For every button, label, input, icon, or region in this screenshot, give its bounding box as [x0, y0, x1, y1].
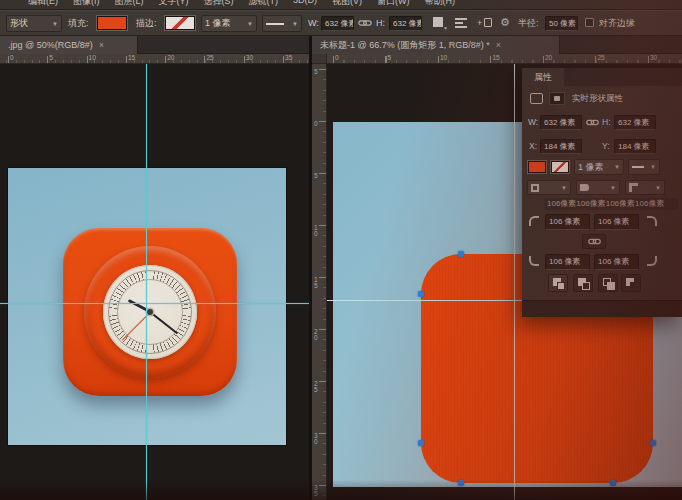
path-alignment-button[interactable]	[455, 18, 469, 29]
menu-item[interactable]: 文字(Y)	[159, 0, 189, 8]
close-tab-icon[interactable]: ×	[496, 40, 501, 50]
link-wh-icon[interactable]	[586, 118, 599, 127]
stroke-color-swatch[interactable]	[551, 161, 569, 173]
radius-bottom-right-input[interactable]: 106 像素	[594, 254, 639, 270]
chevron-down-icon: ▼	[561, 185, 567, 191]
menu-item[interactable]: 编辑(E)	[28, 0, 58, 8]
shape-y-input[interactable]: 184 像素	[614, 139, 656, 154]
corner-top-left-icon[interactable]	[528, 215, 540, 227]
fill-color-swatch[interactable]	[528, 161, 546, 173]
clock-app-icon[interactable]	[63, 228, 237, 396]
stroke-type-select[interactable]: ▼	[262, 15, 302, 32]
shape-w-input[interactable]: 632 像素	[540, 115, 582, 130]
stroke-type-select[interactable]: ▼	[628, 159, 660, 175]
shape-h-input[interactable]: 632 像素	[614, 115, 656, 130]
align-edges-label: 对齐边缘	[599, 15, 635, 31]
solid-line-icon	[632, 166, 644, 168]
link-dimensions-icon[interactable]	[358, 18, 372, 28]
menu-item[interactable]: 滤镜(T)	[249, 0, 279, 8]
left-document-pane: 05101520253035	[0, 54, 309, 500]
radius-input[interactable]: 50 像素	[545, 16, 578, 31]
menu-item[interactable]: 选择(S)	[204, 0, 234, 8]
gear-icon[interactable]: ⚙	[500, 15, 510, 29]
fill-label: 填充:	[68, 15, 89, 31]
corner-bottom-left-icon[interactable]	[528, 255, 540, 267]
path-operations-button[interactable]: ▼	[432, 17, 446, 30]
shape-thumbnail-icon	[549, 92, 565, 105]
clock-face	[103, 265, 197, 359]
path-arrangement-button[interactable]: +	[477, 17, 493, 29]
height-label: H:	[376, 15, 385, 31]
horizontal-guide[interactable]	[0, 303, 309, 304]
chevron-down-icon: ▼	[655, 185, 661, 191]
horizontal-ruler[interactable]: 05101520253035	[0, 54, 309, 64]
menu-item[interactable]: 窗口(W)	[377, 0, 410, 8]
anchor-point[interactable]	[418, 440, 424, 446]
chevron-down-icon: ▼	[443, 25, 448, 31]
align-edges-checkbox[interactable]	[585, 18, 594, 27]
menu-item[interactable]: 图像(I)	[73, 0, 100, 8]
tab-properties[interactable]: 属性	[522, 68, 564, 86]
anchor-point[interactable]	[610, 480, 616, 486]
chevron-down-icon: ▼	[610, 185, 616, 191]
ruler-tick-label: 30	[246, 54, 253, 61]
canvas-left-document[interactable]	[8, 168, 286, 445]
corner-top-right-icon[interactable]	[646, 215, 658, 227]
pathfinder-combine-button[interactable]	[548, 274, 568, 292]
h-label: H:	[602, 115, 611, 130]
fill-color-swatch[interactable]	[97, 16, 127, 30]
pathfinder-subtract-button[interactable]	[573, 274, 593, 292]
stroke-width-select[interactable]: 1 像素▼	[574, 159, 624, 175]
anchor-point[interactable]	[418, 291, 424, 297]
ruler-corner-box[interactable]	[312, 54, 327, 64]
close-tab-icon[interactable]: ×	[99, 40, 104, 50]
shape-x-input[interactable]: 184 像素	[540, 139, 582, 154]
horizontal-ruler[interactable]: 051015202530	[327, 54, 682, 64]
document-tab-title: 未标题-1 @ 66.7% (圆角矩形 1, RGB/8#) *	[320, 39, 490, 52]
tool-mode-label: 形状	[10, 17, 28, 30]
ruler-tick-label: 10	[89, 54, 96, 61]
menu-item[interactable]: 图层(L)	[115, 0, 144, 8]
stroke-align-select[interactable]: ▼	[527, 180, 571, 195]
stroke-width-value: 1 像素	[205, 17, 231, 30]
tool-mode-select[interactable]: 形状▼	[6, 15, 62, 32]
radius-top-left-input[interactable]: 106 像素	[545, 214, 590, 230]
align-bar-icon	[455, 18, 467, 20]
vertical-guide[interactable]	[146, 64, 147, 500]
chevron-down-icon: ▼	[247, 21, 253, 27]
document-tab-left[interactable]: .jpg @ 50%(RGB/8#) ×	[0, 36, 138, 54]
menu-item[interactable]: 视图(V)	[332, 0, 362, 8]
radius-bottom-left-input[interactable]: 106 像素	[545, 254, 590, 270]
document-tab-right[interactable]: 未标题-1 @ 66.7% (圆角矩形 1, RGB/8#) * ×	[312, 36, 560, 54]
shape-height-input[interactable]: 632 像素	[389, 16, 422, 31]
shape-glyph	[554, 96, 560, 101]
pathfinder-intersect-button[interactable]	[598, 274, 618, 292]
x-label: X:	[529, 139, 537, 154]
stroke-corners-icon	[629, 183, 638, 192]
anchor-point[interactable]	[458, 251, 464, 257]
stroke-label: 描边:	[136, 15, 157, 31]
stroke-corners-select[interactable]: ▼	[625, 180, 665, 195]
chevron-down-icon: ▼	[650, 164, 656, 170]
align-bar-icon	[455, 22, 463, 24]
vertical-guide[interactable]	[514, 64, 515, 500]
stroke-caps-select[interactable]: ▼	[576, 180, 620, 195]
stroke-width-select[interactable]: 1 像素▼	[201, 15, 257, 32]
ruler-tick-label: 30	[314, 433, 321, 444]
ruler-tick-label: 10	[314, 225, 321, 236]
pathfinder-exclude-button[interactable]	[621, 274, 641, 292]
ruler-tick-label: 5	[314, 173, 321, 179]
plus-icon: +	[477, 19, 482, 27]
vertical-ruler[interactable]: 505101520253035	[312, 64, 327, 500]
stroke-color-swatch[interactable]	[165, 16, 195, 30]
corner-bottom-right-icon[interactable]	[646, 255, 658, 267]
ruler-tick-label: 20	[167, 54, 174, 61]
shape-width-input[interactable]: 632 像素	[321, 16, 354, 31]
anchor-point[interactable]	[458, 480, 464, 486]
menu-item[interactable]: 帮助(H)	[425, 0, 456, 8]
chevron-down-icon: ▼	[614, 164, 620, 170]
menu-item[interactable]: 3D(D)	[293, 0, 317, 8]
link-radii-button[interactable]	[582, 234, 606, 249]
anchor-point[interactable]	[650, 440, 656, 446]
radius-top-right-input[interactable]: 106 像素	[594, 214, 639, 230]
